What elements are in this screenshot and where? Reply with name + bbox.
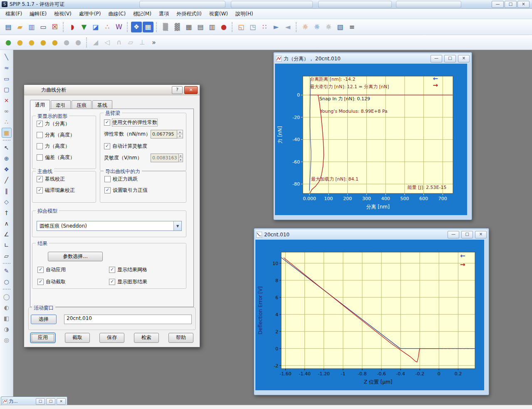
delete-shape-tool-icon[interactable]: × <box>2 95 12 105</box>
checkbox-auto-capture[interactable]: ✓自动截取 <box>37 278 109 285</box>
toolbar-overflow-icon[interactable]: » <box>148 37 159 48</box>
pan-tool-yellow-4-icon[interactable]: ● <box>49 37 60 48</box>
checkbox-show-graph-results[interactable]: ✓显示图形结果 <box>109 278 183 285</box>
menu-process[interactable]: 處理中(P) <box>75 9 105 19</box>
checkbox-auto-apply[interactable]: ✓自动应用 <box>37 266 109 273</box>
angle-tool-icon[interactable]: ∟ <box>2 240 12 250</box>
tile-window-icon[interactable]: ◳ <box>247 22 258 32</box>
checkbox-separation-height[interactable]: 分离（高度） <box>37 131 96 139</box>
help-button[interactable]: 帮助 <box>168 333 193 343</box>
fourier-analysis-icon[interactable]: W <box>114 22 124 32</box>
checkbox-show-result-grid[interactable]: ✓显示结果网格 <box>109 266 183 273</box>
column-grid-icon[interactable]: ▤ <box>195 22 206 32</box>
grid-overlay-tool-icon[interactable]: ▦ <box>2 128 12 138</box>
marker-tool-icon[interactable]: ✎ <box>2 266 12 276</box>
palette-tool-icon[interactable]: ◑ <box>2 324 12 334</box>
dialog-close-button[interactable]: × <box>184 86 198 94</box>
rect-tool-icon[interactable]: ▭ <box>2 74 12 84</box>
pan-globe-green-icon[interactable]: ● <box>3 37 14 48</box>
menu-curves[interactable]: 曲線(C) <box>104 9 129 19</box>
print-icon[interactable]: ▭ <box>38 22 49 32</box>
open-file-icon[interactable]: ▰ <box>15 22 25 32</box>
tab-general[interactable]: 通用 <box>30 100 50 111</box>
image-window-icon[interactable]: ❖ <box>131 22 142 32</box>
list-view-icon[interactable]: ≡ <box>346 22 357 32</box>
circle-roi-tool-icon[interactable]: ○ <box>2 277 12 287</box>
window-titlebar[interactable]: S SPIP 5.1.7 - 评估许可证 — □ × <box>0 0 532 9</box>
zoom-in-tool-icon[interactable]: ⊕ <box>2 154 12 164</box>
rounded-rect-tool-icon[interactable]: ▢ <box>2 84 12 94</box>
parallel-lines-tool-icon[interactable]: ∥ <box>2 186 12 196</box>
fit-model-select[interactable]: 圆锥压痕 (Sneddon) ▼ <box>37 221 182 231</box>
ellipse-tool-icon[interactable]: ◯ <box>2 292 12 302</box>
menu-help[interactable]: 說明(H) <box>232 9 257 19</box>
print-preview-icon[interactable]: ▤ <box>3 22 14 32</box>
link-tool-icon[interactable]: ∞ <box>2 106 12 116</box>
sphere-tool-icon[interactable]: ◎ <box>2 335 12 345</box>
search-button[interactable]: 检索 <box>134 333 159 343</box>
child-window-titlebar[interactable]: 20cnt.010 — □ × <box>255 230 487 240</box>
menu-window[interactable]: 視窗(W) <box>205 9 232 19</box>
color-scatter-icon[interactable]: ∷ <box>259 22 270 32</box>
pan-tool-yellow-3-icon[interactable]: ● <box>38 37 49 48</box>
checkbox-baseline-correction[interactable]: ✓基线校正 <box>37 176 96 183</box>
line-tool-icon[interactable]: ╲ <box>2 52 12 62</box>
child-window-titlebar[interactable]: 力（分离）， 20cnt.010 — □ × <box>275 54 470 64</box>
pixel-grid-icon[interactable]: ▒ <box>160 22 171 32</box>
zigzag-profile-tool-icon[interactable]: ∧ <box>2 218 12 228</box>
minimized-maximize-button[interactable]: □ <box>46 398 55 405</box>
search-document-icon[interactable]: ▧ <box>335 22 346 32</box>
minimize-button[interactable]: — <box>492 1 504 8</box>
child-close-button[interactable]: × <box>475 231 487 238</box>
curve-tool-icon[interactable]: ≈ <box>2 63 12 73</box>
help-icon-button[interactable]: ? <box>172 86 183 94</box>
active-window-field[interactable]: 20cnt.010 <box>64 315 192 324</box>
checkbox-correct-force-jump[interactable]: 校正力跳跃 <box>104 176 186 183</box>
child-minimize-button[interactable]: — <box>431 55 442 62</box>
tile-window-orange-icon[interactable]: ◱ <box>236 22 247 32</box>
minimized-restore-button[interactable]: □ <box>36 398 45 405</box>
menu-edit[interactable]: 編輯(E) <box>26 9 50 19</box>
checkbox-auto-sensitivity[interactable]: ✓自动计算灵敏度 <box>104 143 186 150</box>
forward-arrow-icon[interactable]: ► <box>271 22 282 32</box>
settings-gear-gray-icon[interactable]: ☼ <box>323 22 334 32</box>
checkbox-force-separation[interactable]: ✓力（分离） <box>37 120 96 127</box>
checkbox-set-attraction-positive[interactable]: ✓设置吸引力正值 <box>104 187 186 194</box>
menu-options[interactable]: 選項 <box>155 9 173 19</box>
capture-button[interactable]: 截取 <box>65 333 90 343</box>
menu-markers[interactable]: 標記(M) <box>129 9 155 19</box>
checkbox-use-file-spring-constant[interactable]: ✓使用文件的弹性常数 <box>104 119 186 126</box>
child-restore-button[interactable]: □ <box>444 55 456 62</box>
area-tool-icon[interactable]: ▱ <box>2 251 12 261</box>
dialog-titlebar[interactable]: 力曲线分析 ? × <box>24 85 200 95</box>
menu-file[interactable]: 檔案(F) <box>2 9 26 19</box>
settings-gear-blue-icon[interactable]: ☼ <box>312 22 322 32</box>
deflection-z-window[interactable]: 20cnt.010 — □ × -1.60-1.40-1.20-1-0.8-0.… <box>254 228 489 395</box>
apply-button[interactable]: 应用 <box>30 333 55 343</box>
cell-grid-icon[interactable]: ▦ <box>183 22 194 32</box>
wave-grid-icon[interactable]: ▓ <box>172 22 183 32</box>
menu-plugins[interactable]: 外掛程式(I) <box>173 9 205 19</box>
diamond-roi-tool-icon[interactable]: ◇ <box>2 197 12 207</box>
copy-document-icon[interactable]: ▥ <box>26 22 37 32</box>
particle-analysis-icon[interactable]: ∴ <box>102 22 113 32</box>
3d-view-icon[interactable]: ◗ <box>67 22 78 32</box>
maximize-button[interactable]: □ <box>505 1 517 8</box>
force-separation-window[interactable]: 力（分离）， 20cnt.010 — □ × 0.000100200300400… <box>273 52 472 220</box>
image-window-alt-icon[interactable]: ▦ <box>143 22 153 32</box>
parameter-select-button[interactable]: 参数选择... <box>48 252 103 261</box>
close-button[interactable]: × <box>517 1 530 8</box>
molecule-tool-icon[interactable]: ∴ <box>2 117 12 127</box>
checkbox-deflection-height[interactable]: 偏差（高度） <box>37 154 96 161</box>
checkbox-hysteresis-correction[interactable]: ✓磁滞现象校正 <box>37 187 96 194</box>
child-restore-button[interactable]: □ <box>461 231 473 238</box>
roughness-analysis-icon[interactable]: ▼ <box>79 22 89 32</box>
cross-section-tool-icon[interactable]: † <box>2 208 12 218</box>
histogram-icon[interactable]: ▥ <box>207 22 218 32</box>
settings-gear-orange-icon[interactable]: ☼ <box>300 22 311 32</box>
delete-document-icon[interactable]: ☒ <box>49 22 60 32</box>
plane-correction-icon[interactable]: ◪ <box>90 22 101 32</box>
profile-line-tool-icon[interactable]: ╱ <box>2 175 12 185</box>
sphere-document-icon[interactable]: ● <box>218 22 229 32</box>
checkbox-force-height[interactable]: 力（高度） <box>37 143 96 150</box>
